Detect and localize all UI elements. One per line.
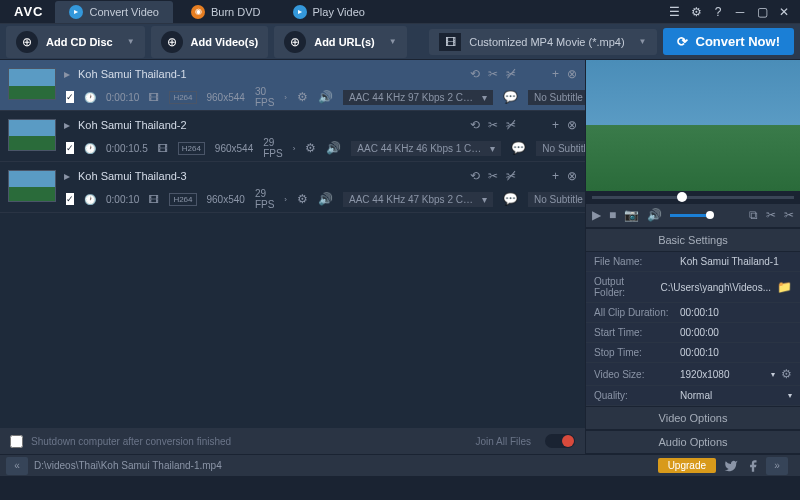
include-checkbox[interactable]: ✓ (66, 91, 74, 103)
include-checkbox[interactable]: ✓ (66, 193, 74, 205)
remove-icon[interactable]: ⊗ (567, 118, 577, 132)
tab-icon: ▸ (69, 5, 83, 19)
video-opts-icon[interactable]: › (284, 93, 287, 102)
subtitle-select[interactable]: No Subtitle▾ (528, 90, 585, 105)
speaker-icon: 🔊 (318, 90, 333, 104)
collapse-right-icon[interactable]: » (766, 457, 788, 475)
button-label: Add Video(s) (191, 36, 259, 48)
tab-play-video[interactable]: ▸Play Video (279, 1, 379, 23)
play-icon[interactable]: ▶ (592, 208, 601, 222)
audio-track-select[interactable]: AAC 44 KHz 46 Kbps 1 CH ...▾ (351, 141, 501, 156)
player-controls: ▶ ■ 📷 🔊 ⧉ ✂ ✂ (586, 204, 800, 228)
effects-icon[interactable]: ✂̸ (506, 118, 516, 132)
refresh-icon[interactable]: ⟲ (470, 118, 480, 132)
setting-value[interactable]: 1920x1080 (680, 369, 765, 380)
audio-options-button[interactable]: Audio Options (586, 430, 800, 454)
resolution: 960x544 (215, 143, 253, 154)
cut-icon[interactable]: ✂ (488, 118, 498, 132)
setting-value: Koh Samui Thailand-1 (680, 256, 792, 267)
subtitle-select[interactable]: No Subtitle▾ (536, 141, 585, 156)
file-item[interactable]: ▸ Koh Samui Thailand-3 ⟲ ✂ ✂̸ + ⊗ ✓ 🕐 0:… (0, 162, 585, 213)
video-opts-icon[interactable]: › (284, 195, 287, 204)
loop-icon[interactable]: ⧉ (749, 208, 758, 222)
add-video-s-button[interactable]: ⊕Add Video(s) (151, 26, 269, 58)
cut-icon[interactable]: ✂ (488, 169, 498, 183)
menu-icon[interactable]: ☰ (664, 3, 684, 21)
volume-slider[interactable] (670, 214, 710, 217)
tab-label: Play Video (313, 6, 365, 18)
convert-now-button[interactable]: ⟳ Convert Now! (663, 28, 795, 55)
refresh-icon[interactable]: ⟲ (470, 169, 480, 183)
clock-icon: 🕐 (84, 194, 96, 205)
folder-icon[interactable]: 📁 (777, 280, 792, 294)
join-files-toggle[interactable] (545, 434, 575, 448)
tune-icon[interactable]: ⚙ (305, 141, 316, 155)
add-icon: ⊕ (16, 31, 38, 53)
film-icon: 🎞 (158, 143, 168, 154)
help-icon[interactable]: ? (708, 3, 728, 21)
speaker-icon: 🔊 (318, 192, 333, 206)
audio-track-select[interactable]: AAC 44 KHz 97 Kbps 2 CH ...▾ (343, 90, 493, 105)
remove-icon[interactable]: ⊗ (567, 169, 577, 183)
upgrade-button[interactable]: Upgrade (658, 458, 716, 473)
add-icon[interactable]: + (552, 169, 559, 183)
chevron-down-icon[interactable]: ▾ (788, 391, 792, 400)
audio-track-select[interactable]: AAC 44 KHz 47 Kbps 2 CH ...▾ (343, 192, 493, 207)
add-icon[interactable]: + (552, 67, 559, 81)
refresh-icon[interactable]: ⟲ (470, 67, 480, 81)
facebook-icon[interactable] (744, 458, 762, 474)
tab-burn-dvd[interactable]: ◉Burn DVD (177, 1, 275, 23)
seek-slider[interactable] (586, 191, 800, 204)
setting-value[interactable]: C:\Users\yangh\Videos... (661, 282, 771, 293)
gear-icon[interactable]: ⚙ (781, 367, 792, 381)
output-profile-select[interactable]: 🎞 Customized MP4 Movie (*.mp4) ▼ (429, 29, 656, 55)
subtitle-select[interactable]: No Subtitle▾ (528, 192, 585, 207)
volume-icon[interactable]: 🔊 (647, 208, 662, 222)
expand-icon[interactable]: ▸ (64, 118, 70, 132)
tab-convert-video[interactable]: ▸Convert Video (55, 1, 173, 23)
tune-icon[interactable]: ⚙ (297, 192, 308, 206)
subtitle-label: No Subtitle (542, 143, 585, 154)
expand-icon[interactable]: ▸ (64, 169, 70, 183)
file-list-pane: ▸ Koh Samui Thailand-1 ⟲ ✂ ✂̸ + ⊗ ✓ 🕐 0:… (0, 60, 585, 454)
stop-icon[interactable]: ■ (609, 208, 616, 222)
snapshot-icon[interactable]: 📷 (624, 208, 639, 222)
file-title: Koh Samui Thailand-2 (78, 119, 462, 131)
file-item[interactable]: ▸ Koh Samui Thailand-2 ⟲ ✂ ✂̸ + ⊗ ✓ 🕐 0:… (0, 111, 585, 162)
footer-row: Shutdown computer after conversion finis… (0, 428, 585, 454)
close-icon[interactable]: ✕ (774, 3, 794, 21)
setting-row: Start Time:00:00:00 (586, 323, 800, 343)
video-preview[interactable] (586, 60, 800, 191)
chevron-down-icon: ▼ (127, 37, 135, 46)
twitter-icon[interactable] (722, 458, 740, 474)
button-label: Add CD Disc (46, 36, 113, 48)
file-item[interactable]: ▸ Koh Samui Thailand-1 ⟲ ✂ ✂̸ + ⊗ ✓ 🕐 0:… (0, 60, 585, 111)
video-options-button[interactable]: Video Options (586, 406, 800, 430)
include-checkbox[interactable]: ✓ (66, 142, 74, 154)
setting-row: Output Folder:C:\Users\yangh\Videos...📁 (586, 272, 800, 303)
add-icon: ⊕ (161, 31, 183, 53)
maximize-icon[interactable]: ▢ (752, 3, 772, 21)
settings-icon[interactable]: ⚙ (686, 3, 706, 21)
trim-end-icon[interactable]: ✂ (784, 208, 794, 222)
shutdown-checkbox[interactable] (10, 435, 23, 448)
add-url-s-button[interactable]: ⊕Add URL(s)▼ (274, 26, 406, 58)
expand-icon[interactable]: ▸ (64, 67, 70, 81)
cut-icon[interactable]: ✂ (488, 67, 498, 81)
effects-icon[interactable]: ✂̸ (506, 169, 516, 183)
codec: H264 (178, 142, 205, 155)
audio-label: AAC 44 KHz 47 Kbps 2 CH ... (349, 194, 478, 205)
remove-icon[interactable]: ⊗ (567, 67, 577, 81)
collapse-left-icon[interactable]: « (6, 457, 28, 475)
effects-icon[interactable]: ✂̸ (506, 67, 516, 81)
trim-start-icon[interactable]: ✂ (766, 208, 776, 222)
add-cd-discbutton[interactable]: ⊕Add CD Disc▼ (6, 26, 145, 58)
setting-value[interactable]: Normal (680, 390, 782, 401)
minimize-icon[interactable]: ─ (730, 3, 750, 21)
add-icon[interactable]: + (552, 118, 559, 132)
tune-icon[interactable]: ⚙ (297, 90, 308, 104)
film-icon: 🎞 (439, 33, 461, 51)
video-opts-icon[interactable]: › (293, 144, 296, 153)
setting-row: Stop Time:00:00:10 (586, 343, 800, 363)
chevron-down-icon[interactable]: ▾ (771, 370, 775, 379)
